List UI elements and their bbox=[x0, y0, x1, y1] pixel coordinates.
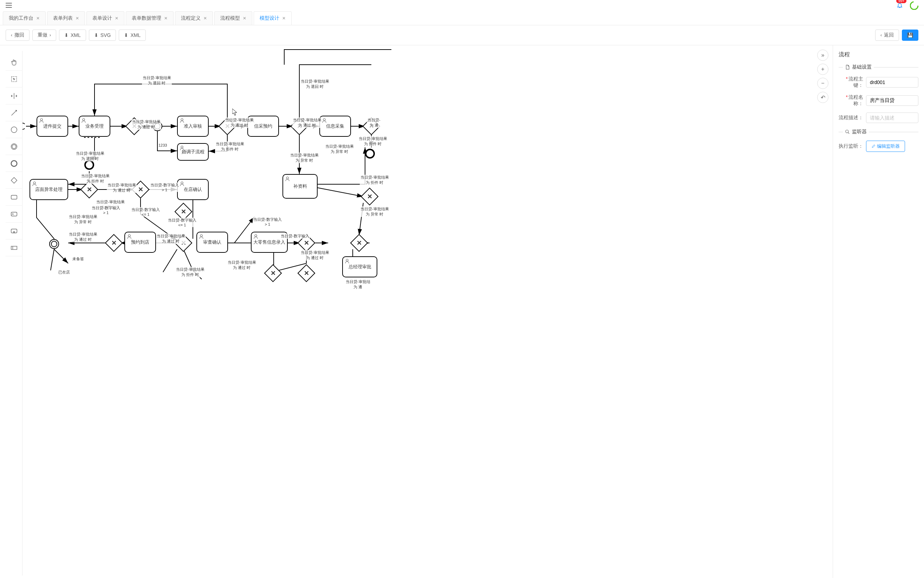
edge-label: 当日贷-数字输入 <= 1 bbox=[167, 218, 197, 227]
intermediate-event[interactable] bbox=[49, 239, 59, 249]
task-inspect[interactable]: 审查确认 bbox=[196, 232, 228, 253]
download-xml2-button[interactable]: ⬇XML bbox=[119, 29, 146, 41]
tab-label: 流程模型 bbox=[220, 15, 240, 21]
edge-label: 当日贷-数字输入 > 1 bbox=[150, 182, 180, 192]
lasso-tool-icon[interactable] bbox=[6, 71, 23, 88]
user-avatar-icon[interactable] bbox=[910, 2, 918, 10]
edit-listener-button[interactable]: 编辑监听器 bbox=[866, 141, 905, 152]
pool-icon[interactable] bbox=[6, 239, 23, 256]
hand-tool-icon[interactable] bbox=[6, 54, 23, 71]
end-event-icon[interactable] bbox=[6, 155, 23, 172]
svg-point-23 bbox=[346, 259, 348, 261]
process-desc-input[interactable] bbox=[866, 112, 918, 123]
close-icon[interactable]: ✕ bbox=[36, 16, 40, 21]
exec-listener-label: 执行监听： bbox=[838, 143, 863, 149]
zoom-in-button[interactable]: + bbox=[817, 63, 829, 75]
edge-label: 当日贷-数字输入 <= 1 bbox=[131, 207, 160, 217]
edge-label: 当日贷-审批结果 为 拒件 时 bbox=[360, 175, 390, 185]
notification-bell-icon[interactable]: 99+ bbox=[896, 2, 903, 10]
tab-model-design[interactable]: 模型设计✕ bbox=[254, 11, 291, 25]
tab-form-list[interactable]: 表单列表✕ bbox=[47, 11, 85, 25]
zoom-out-button[interactable]: − bbox=[817, 78, 829, 89]
document-icon bbox=[845, 65, 850, 70]
edge-label: 当日贷-审批结果 为 异常 时 bbox=[68, 214, 98, 225]
start-event-icon[interactable] bbox=[6, 121, 23, 138]
redo-button[interactable]: 重做› bbox=[32, 29, 56, 41]
svg-point-4 bbox=[11, 160, 17, 166]
tab-workbench[interactable]: 我的工作台✕ bbox=[3, 11, 46, 25]
save-button[interactable]: 💾 bbox=[902, 29, 918, 41]
tab-label: 表单数据管理 bbox=[132, 15, 161, 21]
section-basic: 基础设置 bbox=[838, 64, 918, 70]
task-review[interactable]: 准入审核 bbox=[177, 116, 209, 137]
download-svg-button[interactable]: ⬇SVG bbox=[89, 29, 116, 41]
svg-point-17 bbox=[286, 177, 288, 179]
svg-point-21 bbox=[200, 234, 202, 237]
close-icon[interactable]: ✕ bbox=[164, 16, 168, 21]
edit-icon bbox=[871, 144, 875, 148]
subprocess-icon[interactable] bbox=[6, 222, 23, 239]
chevron-left-icon: ‹ bbox=[880, 33, 882, 37]
task-submit[interactable]: 进件提交 bbox=[37, 116, 68, 137]
process-name-label: *流程名称： bbox=[838, 94, 863, 107]
tab-process-def[interactable]: 流程定义✕ bbox=[175, 11, 213, 25]
undo-canvas-button[interactable]: ↶ bbox=[817, 92, 829, 103]
close-icon[interactable]: ✕ bbox=[282, 16, 286, 21]
svg-point-3 bbox=[12, 144, 16, 148]
svg-point-22 bbox=[255, 234, 257, 237]
close-icon[interactable]: ✕ bbox=[204, 16, 207, 21]
task-info-collect[interactable]: 信息采集 bbox=[319, 116, 351, 137]
edge-label: 当日贷-审批结果 为 退回 时 bbox=[75, 151, 105, 161]
task-instore-confirm[interactable]: 在店确认 bbox=[177, 179, 209, 200]
close-icon[interactable]: ✕ bbox=[243, 16, 246, 21]
global-connect-icon[interactable] bbox=[6, 104, 23, 121]
download-icon: ⬇ bbox=[94, 32, 99, 38]
tab-label: 表单设计 bbox=[92, 15, 112, 21]
edge-label: 当日贷-审批结果 为 退回 时 bbox=[300, 79, 330, 89]
edge-label: 当日贷-审批结果 为 通过 时 bbox=[156, 234, 186, 244]
svg-rect-8 bbox=[11, 229, 17, 233]
download-xml-button[interactable]: ⬇XML bbox=[59, 29, 86, 41]
svg-rect-10 bbox=[11, 246, 17, 249]
space-tool-icon[interactable] bbox=[6, 88, 23, 104]
svg-point-12 bbox=[83, 119, 85, 120]
user-task-icon[interactable] bbox=[6, 206, 23, 222]
task-icon[interactable] bbox=[6, 189, 23, 206]
process-key-input[interactable] bbox=[866, 77, 918, 88]
task-supplement[interactable]: 补资料 bbox=[282, 174, 317, 199]
edge-label: 1233 bbox=[158, 143, 168, 147]
bpmn-canvas[interactable]: » + − ↶ bbox=[23, 45, 833, 578]
close-icon[interactable]: ✕ bbox=[115, 16, 118, 21]
process-name-input[interactable] bbox=[866, 95, 918, 106]
task-store-exception[interactable]: 店面异常处理 bbox=[29, 179, 68, 200]
top-header: 99+ bbox=[0, 0, 924, 11]
task-accept[interactable]: 业务受理 bbox=[79, 116, 110, 137]
svg-point-19 bbox=[181, 182, 183, 184]
intermediate-event-icon[interactable] bbox=[6, 138, 23, 155]
download-icon: ⬇ bbox=[64, 32, 68, 38]
end-event[interactable] bbox=[365, 149, 375, 159]
back-button[interactable]: ‹返回 bbox=[875, 29, 899, 41]
gateway-icon[interactable] bbox=[6, 172, 23, 189]
tab-form-data[interactable]: 表单数据管理✕ bbox=[126, 11, 173, 25]
end-event[interactable] bbox=[84, 160, 94, 170]
edge-label: 当日贷-审批结果 为 通过 时 bbox=[131, 119, 161, 130]
tab-form-design[interactable]: 表单设计✕ bbox=[86, 11, 125, 25]
task-appt-store[interactable]: 预约到店 bbox=[125, 232, 156, 253]
svg-point-1 bbox=[11, 127, 17, 133]
edge-label: 当日贷- 为 通 bbox=[367, 117, 381, 128]
edge-label: 当日贷-数字输入 bbox=[280, 234, 310, 239]
close-icon[interactable]: ✕ bbox=[76, 16, 79, 21]
toolbar: ‹撤回 重做› ⬇XML ⬇SVG ⬇XML ‹返回 💾 bbox=[0, 25, 924, 45]
svg-point-0 bbox=[910, 2, 918, 10]
collapse-panel-button[interactable]: » bbox=[817, 50, 829, 61]
undo-button[interactable]: ‹撤回 bbox=[6, 29, 29, 41]
task-gm-approve[interactable]: 总经理审批 bbox=[342, 256, 377, 278]
edge-label: 当日贷-审批结果 为 通过 时 bbox=[68, 232, 98, 242]
svg-point-20 bbox=[128, 234, 130, 237]
task-marriage[interactable]: 婚调子流程 bbox=[177, 143, 209, 161]
section-listener: 监听器 bbox=[838, 129, 918, 135]
tab-process-model[interactable]: 流程模型✕ bbox=[214, 11, 252, 25]
menu-toggle-icon[interactable] bbox=[6, 3, 12, 8]
bpmn-palette bbox=[6, 51, 23, 576]
